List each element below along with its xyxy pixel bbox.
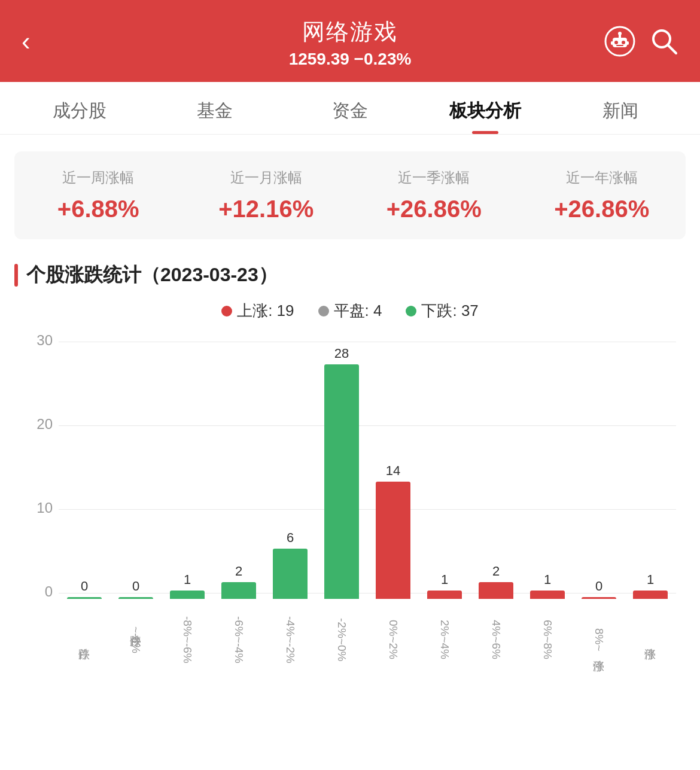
back-arrow-icon[interactable]: ‹: [22, 26, 31, 56]
bar-rect: [273, 549, 308, 599]
svg-rect-6: [611, 41, 613, 45]
x-axis-label: 跌停: [59, 599, 110, 675]
x-axis-label: -8%~-6%: [162, 599, 213, 675]
x-axis-labels: 跌停跌停~-8%-8%~-6%-6%~-4%-4%~-2%-2%~0%0%~2%…: [59, 599, 676, 677]
bar-group: 6: [264, 530, 316, 599]
page-title: 网络游戏: [0, 17, 700, 47]
bar-value-label: 1: [647, 572, 654, 588]
bar-group: 1: [419, 572, 470, 599]
header-actions: [604, 26, 678, 57]
legend-flat: 平盘: 4: [318, 300, 382, 321]
bar-group: 14: [367, 463, 419, 599]
header-center: 网络游戏 1259.39 −0.23%: [0, 17, 700, 69]
stat-month-value: +12.16%: [182, 196, 351, 223]
robot-icon[interactable]: [604, 26, 635, 57]
svg-rect-7: [626, 41, 629, 45]
legend-down: 下跌: 37: [406, 300, 478, 321]
chart-container: 010203000126281412101跌停跌停~-8%-8%~-6%-6%~…: [0, 336, 700, 695]
x-axis-label-text: 8%~涨停: [591, 604, 607, 675]
bar-group: 28: [316, 346, 367, 599]
bar-rect: [427, 591, 462, 599]
bar-rect: [479, 582, 513, 599]
y-axis-label: 30: [14, 332, 53, 349]
bar-value-label: 1: [544, 572, 551, 588]
bar-value-label: 2: [235, 564, 242, 579]
back-button[interactable]: ‹: [22, 28, 31, 54]
x-axis-label-text: 0%~2%: [386, 604, 400, 675]
chart-section-title: 个股涨跌统计（2023-03-23）: [0, 256, 700, 300]
stat-quarter-label: 近一季涨幅: [350, 168, 518, 187]
tab-jijin[interactable]: 基金: [147, 82, 282, 134]
x-axis-label-text: -8%~-6%: [181, 604, 194, 675]
bar-value-label: 0: [81, 579, 88, 594]
bar-value-label: 14: [386, 463, 400, 479]
bar-value-label: 1: [441, 572, 448, 588]
x-axis-label: -4%~-2%: [264, 599, 316, 675]
bar-value-label: 1: [184, 572, 191, 588]
x-axis-label-text: 涨停: [643, 604, 658, 675]
x-axis-label-text: 6%~8%: [541, 604, 554, 675]
tab-zijin[interactable]: 资金: [282, 82, 418, 134]
x-axis-label-text: 4%~6%: [489, 604, 503, 675]
page-subtitle: 1259.39 −0.23%: [0, 50, 700, 69]
stat-week: 近一周涨幅 +6.88%: [14, 168, 182, 223]
page-header: ‹ 网络游戏 1259.39 −0.23%: [0, 0, 700, 82]
tab-bankuai[interactable]: 板块分析: [418, 82, 553, 134]
stat-year: 近一年涨幅 +26.86%: [518, 168, 686, 223]
x-axis-label: 4%~6%: [470, 599, 522, 675]
bars-container: 00126281412101: [59, 342, 676, 599]
x-axis-label: 8%~涨停: [573, 599, 625, 675]
stat-year-label: 近一年涨幅: [518, 168, 686, 187]
bar-group: 1: [162, 572, 213, 599]
bar-group: 1: [522, 572, 573, 599]
bar-rect: [530, 591, 565, 599]
x-axis-label: 涨停: [625, 599, 676, 675]
bar-value-label: 2: [492, 564, 500, 579]
stat-month-label: 近一月涨幅: [182, 168, 351, 187]
bar-group: 2: [470, 564, 522, 599]
stat-week-value: +6.88%: [14, 196, 182, 223]
legend-label-up: 上涨: 19: [237, 300, 294, 321]
legend-up: 上涨: 19: [221, 300, 294, 321]
svg-rect-8: [616, 45, 623, 46]
stat-quarter: 近一季涨幅 +26.86%: [350, 168, 518, 223]
x-axis-label-text: 跌停: [77, 604, 92, 675]
x-axis-label-text: 2%~4%: [438, 604, 451, 675]
chart-area: 010203000126281412101跌停跌停~-8%-8%~-6%-6%~…: [14, 336, 686, 683]
svg-point-2: [614, 41, 618, 44]
bar-rect: [633, 591, 668, 599]
x-axis-label-text: -4%~-2%: [284, 604, 297, 675]
stat-year-value: +26.86%: [518, 196, 686, 223]
x-axis-label: 6%~8%: [522, 599, 573, 675]
title-bar-decoration: [14, 264, 18, 287]
x-axis-label: 2%~4%: [419, 599, 470, 675]
bar-rect: [221, 582, 256, 599]
x-axis-label-text: -2%~0%: [335, 604, 348, 675]
y-axis-label: 20: [14, 416, 53, 433]
x-axis-label-text: 跌停~-8%: [128, 604, 144, 675]
x-axis-label-text: -6%~-4%: [232, 604, 245, 675]
bar-rect: [324, 364, 359, 599]
chart-legend: 上涨: 19 平盘: 4 下跌: 37: [0, 300, 700, 321]
x-axis-label: 跌停~-8%: [110, 599, 162, 675]
stat-month: 近一月涨幅 +12.16%: [182, 168, 351, 223]
bar-group: 0: [573, 579, 625, 599]
tab-bar: 成分股 基金 资金 板块分析 新闻: [0, 82, 700, 135]
bar-value-label: 0: [132, 579, 139, 594]
bar-group: 0: [59, 579, 110, 599]
bar-rect: [170, 591, 205, 599]
legend-dot-flat: [318, 306, 329, 316]
tab-chenfen[interactable]: 成分股: [12, 82, 147, 134]
bar-value-label: 28: [334, 346, 349, 361]
bar-rect: [376, 482, 410, 599]
stats-section: 近一周涨幅 +6.88% 近一月涨幅 +12.16% 近一季涨幅 +26.86%…: [14, 151, 686, 239]
stat-quarter-value: +26.86%: [350, 196, 518, 223]
legend-label-flat: 平盘: 4: [334, 300, 382, 321]
svg-line-10: [668, 45, 676, 53]
legend-dot-up: [221, 306, 232, 316]
tab-xinwen[interactable]: 新闻: [553, 82, 688, 134]
bar-value-label: 6: [287, 530, 294, 546]
x-axis-label: 0%~2%: [367, 599, 419, 675]
x-axis-label: -2%~0%: [316, 599, 367, 675]
search-icon[interactable]: [650, 27, 678, 56]
